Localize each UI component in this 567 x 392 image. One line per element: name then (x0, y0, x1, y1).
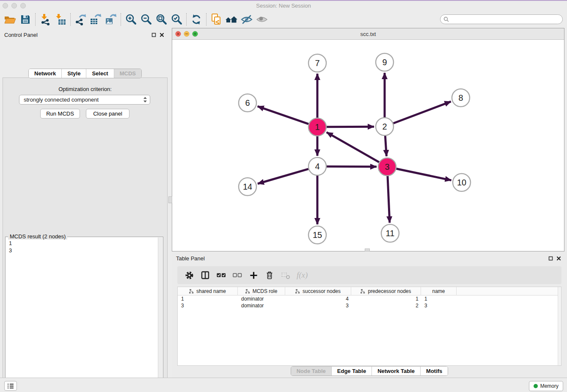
run-mcds-button[interactable]: Run MCDS (40, 109, 80, 119)
graph-edge-2-3[interactable] (385, 136, 386, 156)
column-header-name[interactable]: name (421, 287, 457, 295)
mcds-result-text[interactable]: 1 3 (9, 240, 156, 392)
import-network-button[interactable] (38, 12, 53, 27)
graph-node-label-14: 14 (243, 182, 252, 191)
home-view-button[interactable] (224, 12, 239, 27)
mcds-result-box: MCDS result (2 nodes) 1 3 (5, 237, 163, 392)
optimization-criterion-select[interactable]: strongly connected component (19, 95, 150, 105)
close-panel-icon[interactable] (556, 255, 561, 262)
cell-name[interactable]: 3 (421, 302, 457, 309)
toolbar-separator (121, 13, 121, 26)
graph-node-label-3: 3 (385, 162, 389, 171)
cell-predecessor-nodes[interactable]: 2 (351, 302, 421, 309)
tab-style[interactable]: Style (61, 69, 86, 78)
checked-boxes-icon (217, 272, 226, 278)
zoom-out-button[interactable] (138, 12, 154, 27)
cell-name[interactable]: 1 (421, 295, 457, 302)
graph-edge-1-6[interactable] (258, 106, 309, 124)
save-session-button[interactable] (18, 12, 33, 27)
graph-edge-3-1[interactable] (327, 132, 379, 162)
graph-node-label-1: 1 (315, 122, 319, 132)
column-header-predecessor-nodes[interactable]: predecessor nodes (351, 287, 421, 295)
tab-edge-table[interactable]: Edge Table (331, 367, 372, 375)
zoom-out-icon (140, 13, 152, 26)
cell-predecessor-nodes[interactable]: 1 (351, 295, 421, 302)
split-column-button[interactable] (200, 270, 210, 280)
result-scrollbar[interactable] (158, 237, 162, 392)
zoom-selected-button[interactable] (169, 12, 184, 27)
close-panel-icon[interactable] (160, 31, 164, 39)
table-options-gear-button[interactable] (184, 270, 194, 280)
column-header-mcds-role[interactable]: MCDS role (238, 287, 285, 295)
network-view-window: scc.txt 7968124314101511 (172, 28, 564, 251)
graph-node-label-2: 2 (382, 122, 387, 131)
import-table-button[interactable] (53, 12, 68, 27)
table-row[interactable]: 1dominator411 (178, 295, 561, 302)
zoom-in-button[interactable] (123, 12, 138, 27)
cell-successor-nodes[interactable]: 3 (285, 302, 351, 309)
cell-successor-nodes[interactable]: 4 (285, 295, 351, 302)
graph-node-label-11: 11 (386, 229, 395, 238)
tab-select[interactable]: Select (86, 69, 113, 78)
export-image-button[interactable] (103, 12, 118, 27)
open-session-button[interactable] (3, 12, 18, 27)
column-header-successor-nodes[interactable]: successor nodes (285, 287, 351, 295)
show-columns-button[interactable] (216, 270, 226, 280)
search-input[interactable] (451, 17, 562, 22)
delete-table-button[interactable] (281, 270, 291, 280)
tab-network-table[interactable]: Network Table (372, 367, 420, 375)
memory-button[interactable]: Memory (529, 381, 563, 391)
unchecked-boxes-icon (233, 272, 242, 278)
float-panel-icon[interactable] (151, 31, 156, 39)
cell-mcds-role[interactable]: dominator (238, 295, 285, 302)
graph-edge-4-14[interactable] (258, 169, 308, 184)
export-network-button[interactable] (73, 12, 88, 27)
hide-columns-button[interactable] (232, 270, 242, 280)
node-table: shared nameMCDS rolesuccessor nodesprede… (177, 287, 561, 366)
tab-node-table[interactable]: Node Table (291, 367, 331, 375)
hide-graphics-details-button[interactable] (239, 12, 254, 27)
search-box[interactable] (440, 14, 563, 24)
column-header-label: MCDS role (253, 288, 278, 294)
chevron-up-down-icon (143, 97, 147, 103)
copy-share-button[interactable] (209, 12, 224, 27)
float-panel-icon[interactable] (548, 255, 553, 262)
network-canvas[interactable]: 7968124314101511 (172, 40, 564, 251)
column-header-shared-name[interactable]: shared name (178, 287, 238, 295)
graph-edge-3-11[interactable] (388, 176, 390, 223)
delete-table-icon (281, 271, 290, 279)
add-entry-button[interactable] (248, 270, 259, 280)
cell-mcds-role[interactable]: dominator (238, 302, 285, 309)
zoom-in-icon (124, 13, 137, 26)
export-table-button[interactable] (88, 12, 103, 27)
list-icon (7, 383, 14, 389)
apply-function-button[interactable]: f(x) (297, 270, 308, 280)
mcds-result-title: MCDS result (2 nodes) (8, 233, 67, 240)
cell-shared-name[interactable]: 3 (178, 302, 238, 309)
plus-icon (250, 271, 258, 279)
splitter-grip-vertical[interactable] (168, 196, 172, 203)
close-panel-button[interactable]: Close panel (86, 109, 129, 119)
delete-entry-button[interactable] (264, 270, 275, 280)
network-graph: 7968124314101511 (172, 40, 564, 251)
refresh-view-button[interactable] (189, 12, 204, 27)
show-graphics-details-button[interactable] (254, 12, 270, 27)
tab-network[interactable]: Network (29, 69, 61, 78)
tab-mcds[interactable]: MCDS (114, 69, 141, 78)
import-network-icon (39, 14, 51, 25)
zoom-fit-button[interactable] (154, 12, 169, 27)
cell-shared-name[interactable]: 1 (178, 295, 238, 302)
toolbar-separator (35, 13, 36, 26)
tab-motifs[interactable]: Motifs (420, 367, 448, 375)
column-type-tree-icon (361, 289, 366, 294)
graph-edge-3-10[interactable] (396, 169, 451, 180)
network-window-titlebar[interactable]: scc.txt (172, 28, 564, 40)
graph-edge-1-2[interactable] (327, 127, 374, 127)
graph-edge-4-3[interactable] (327, 166, 377, 167)
graph-edge-2-8[interactable] (394, 102, 451, 123)
table-row[interactable]: 3dominator323 (178, 302, 561, 309)
task-history-button[interactable] (4, 381, 17, 391)
table-scrollbar[interactable] (558, 287, 561, 365)
session-title: Session: New Session (0, 3, 567, 9)
splitter-grip-horizontal[interactable] (365, 248, 370, 251)
